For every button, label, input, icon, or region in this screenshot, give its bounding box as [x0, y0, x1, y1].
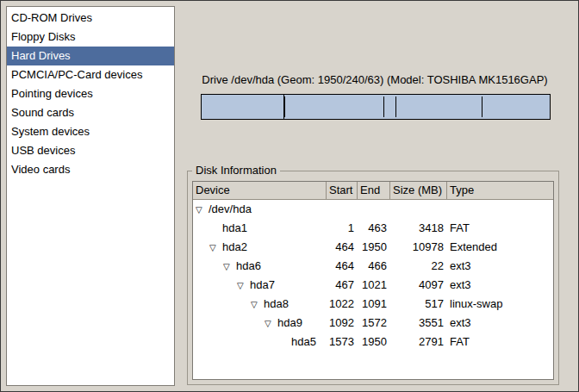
device-label: hda8 [264, 297, 289, 310]
sidebar-item-system-devices[interactable]: System devices [7, 122, 174, 141]
type-cell: linux-swap [447, 295, 553, 314]
type-cell: ext3 [447, 276, 553, 295]
sidebar-list[interactable]: CD-ROM DrivesFloppy DisksHard DrivesPCMC… [6, 6, 175, 386]
device-cell: ▽/dev/hda [193, 200, 327, 219]
table-row[interactable]: ▽hda2464195010978Extended [193, 238, 553, 257]
column-header-device[interactable]: Device [193, 182, 327, 200]
device-label: hda1 [222, 221, 247, 234]
partition-bar [201, 94, 551, 120]
sidebar-item-video-cards[interactable]: Video cards [7, 160, 174, 179]
expander-open-icon[interactable]: ▽ [265, 314, 277, 333]
device-label: hda7 [250, 278, 275, 291]
start-cell: 1 [327, 219, 358, 238]
disk-information-groupbox: Disk Information DeviceStartEndSize (MB)… [187, 171, 559, 385]
table-row[interactable]: ▽hda9109215723551ext3 [193, 314, 553, 333]
column-header-start[interactable]: Start [327, 182, 358, 200]
end-cell: 463 [358, 219, 390, 238]
end-cell: 1572 [358, 314, 390, 333]
size-cell: 10978 [390, 238, 447, 257]
size-cell: 22 [390, 257, 447, 276]
size-cell: 3551 [390, 314, 447, 333]
start-cell: 1573 [327, 333, 358, 352]
expander-open-icon[interactable]: ▽ [209, 239, 222, 257]
table-row[interactable]: hda114633418FAT [193, 219, 553, 238]
disk-table-header: DeviceStartEndSize (MB)Type [193, 182, 553, 200]
device-cell: ▽hda7 [193, 276, 327, 295]
device-label: hda5 [291, 335, 316, 348]
sidebar-item-cd-rom-drives[interactable]: CD-ROM Drives [7, 9, 174, 28]
hardware-browser-window: CD-ROM DrivesFloppy DisksHard DrivesPCMC… [0, 0, 579, 392]
size-cell: 517 [390, 295, 447, 314]
disk-table: DeviceStartEndSize (MB)Type ▽/dev/hdahda… [192, 181, 554, 380]
groupbox-title: Disk Information [192, 164, 280, 177]
partition-segment-hda1[interactable] [202, 95, 284, 119]
sidebar-item-pointing-devices[interactable]: Pointing devices [7, 84, 174, 103]
drive-label: Drive /dev/hda (Geom: 1950/240/63) (Mode… [185, 73, 564, 86]
start-cell [327, 200, 358, 219]
device-label: /dev/hda [209, 202, 252, 215]
device-cell: ▽hda2 [193, 238, 327, 257]
partition-segment-hda5[interactable] [482, 96, 550, 117]
device-cell: hda1 [193, 219, 327, 238]
type-cell: ext3 [447, 257, 553, 276]
partition-segment-hda9[interactable] [396, 96, 482, 117]
start-cell: 464 [327, 238, 358, 257]
size-cell: 4097 [390, 276, 447, 295]
end-cell: 1950 [358, 333, 390, 352]
device-cell: ▽hda9 [193, 314, 327, 333]
disk-table-body: ▽/dev/hdahda114633418FAT▽hda246419501097… [193, 200, 553, 352]
type-cell: Extended [447, 238, 553, 257]
sidebar-item-hard-drives[interactable]: Hard Drives [7, 47, 174, 65]
table-row[interactable]: ▽hda746710214097ext3 [193, 276, 553, 295]
end-cell: 1021 [358, 276, 390, 295]
partition-segment-hda7[interactable] [285, 96, 384, 117]
column-header-size-mb[interactable]: Size (MB) [390, 182, 447, 200]
sidebar-item-pcmcia-pc-card-devices[interactable]: PCMCIA/PC-Card devices [7, 65, 174, 84]
device-label: hda6 [236, 259, 261, 272]
start-cell: 1092 [327, 314, 358, 333]
end-cell: 1091 [358, 295, 390, 314]
partition-segment-hda8[interactable] [384, 96, 396, 117]
size-cell: 2791 [390, 333, 447, 352]
sidebar-item-usb-devices[interactable]: USB devices [7, 141, 174, 160]
sidebar-item-floppy-disks[interactable]: Floppy Disks [7, 28, 174, 47]
expander-open-icon[interactable]: ▽ [251, 296, 264, 314]
table-row[interactable]: hda5157319502791FAT [193, 333, 553, 352]
type-cell [447, 200, 553, 219]
table-row[interactable]: ▽hda810221091517linux-swap [193, 295, 553, 314]
expander-open-icon[interactable]: ▽ [237, 277, 250, 295]
device-cell: hda5 [193, 333, 327, 352]
sidebar-item-sound-cards[interactable]: Sound cards [7, 103, 174, 122]
column-header-end[interactable]: End [358, 182, 390, 200]
expander-open-icon[interactable]: ▽ [223, 258, 236, 276]
device-cell: ▽hda8 [193, 295, 327, 314]
expander-open-icon[interactable]: ▽ [196, 201, 209, 219]
column-header-type[interactable]: Type [447, 182, 553, 200]
end-cell [358, 200, 390, 219]
type-cell: FAT [447, 219, 553, 238]
end-cell: 466 [358, 257, 390, 276]
device-label: hda2 [222, 240, 247, 253]
type-cell: FAT [447, 333, 553, 352]
table-row[interactable]: ▽hda646446622ext3 [193, 257, 553, 276]
start-cell: 467 [327, 276, 358, 295]
size-cell [390, 200, 447, 219]
start-cell: 1022 [327, 295, 358, 314]
end-cell: 1950 [358, 238, 390, 257]
start-cell: 464 [327, 257, 358, 276]
partition-segment-extended[interactable] [284, 95, 550, 119]
device-cell: ▽hda6 [193, 257, 327, 276]
type-cell: ext3 [447, 314, 553, 333]
table-row[interactable]: ▽/dev/hda [193, 200, 553, 219]
size-cell: 3418 [390, 219, 447, 238]
device-label: hda9 [277, 316, 302, 329]
